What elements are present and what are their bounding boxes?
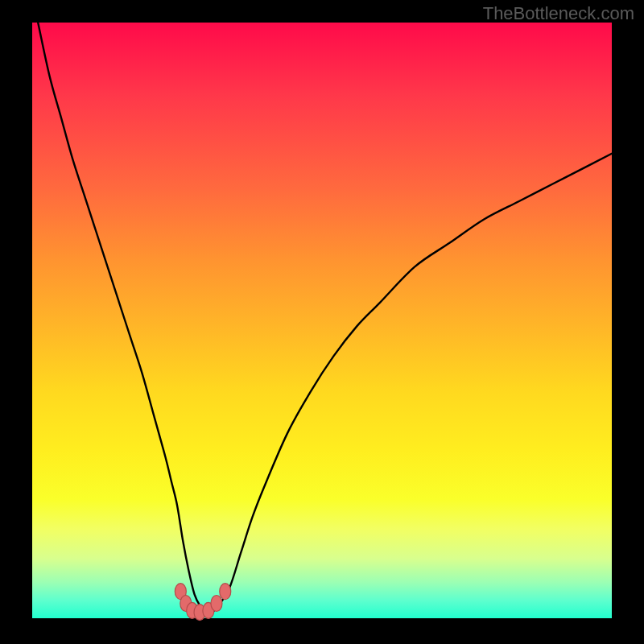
marker-group (175, 584, 230, 621)
chart-container: TheBottleneck.com (0, 0, 644, 644)
curve-svg (32, 23, 612, 618)
bottleneck-curve (38, 23, 612, 613)
valley-marker (211, 596, 222, 612)
valley-marker (220, 584, 231, 600)
watermark-text: TheBottleneck.com (483, 3, 634, 24)
